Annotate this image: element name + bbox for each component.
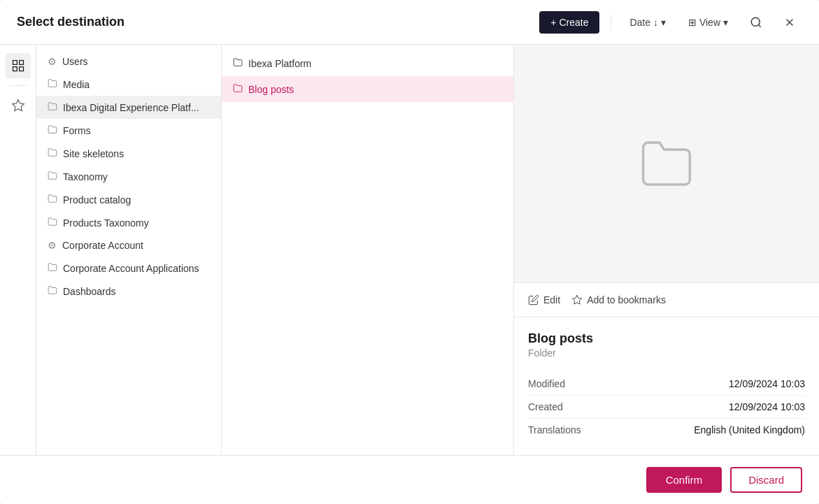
detail-preview bbox=[514, 45, 819, 282]
modified-value: 12/09/2024 10:03 bbox=[729, 378, 805, 389]
sidebar-icons bbox=[0, 45, 36, 455]
nav-item-forms-label: Forms bbox=[63, 125, 91, 136]
svg-marker-9 bbox=[572, 295, 581, 304]
nav-item-dashboards[interactable]: Dashboards bbox=[36, 280, 221, 303]
header: Select destination + Create Date ↓ ▾ ⊞ V… bbox=[0, 0, 819, 45]
modified-label: Modified bbox=[528, 378, 565, 389]
middle-panel: Ibexa Platform Blog posts bbox=[222, 45, 514, 455]
nav-item-ibexa-label: Ibexa Digital Experience Platf... bbox=[63, 102, 199, 113]
nav-item-taxonomy-label: Taxonomy bbox=[63, 171, 108, 182]
product-catalog-folder-icon bbox=[48, 194, 57, 206]
header-actions: + Create Date ↓ ▾ ⊞ View ▾ bbox=[539, 10, 802, 35]
view-icon: ⊞ bbox=[688, 17, 697, 28]
footer: Confirm Discard bbox=[0, 455, 819, 504]
discard-button[interactable]: Discard bbox=[730, 467, 802, 493]
svg-marker-8 bbox=[12, 100, 24, 111]
view-chevron-icon: ▾ bbox=[723, 17, 728, 28]
bookmarks-label: Add to bookmarks bbox=[587, 294, 666, 305]
date-control[interactable]: Date ↓ ▾ bbox=[622, 13, 672, 32]
confirm-button[interactable]: Confirm bbox=[646, 467, 722, 493]
nav-item-users[interactable]: ⚙ Users bbox=[36, 50, 221, 73]
created-value: 12/09/2024 10:03 bbox=[729, 401, 805, 412]
svg-point-0 bbox=[751, 17, 760, 26]
add-to-bookmarks-button[interactable]: Add to bookmarks bbox=[571, 291, 666, 308]
browse-icon-btn[interactable] bbox=[6, 53, 31, 78]
folder-large-icon bbox=[639, 136, 695, 192]
taxonomy-folder-icon bbox=[48, 171, 57, 182]
detail-type: Folder bbox=[528, 347, 805, 359]
created-label: Created bbox=[528, 401, 563, 412]
view-control[interactable]: ⊞ View ▾ bbox=[681, 13, 735, 32]
detail-actions: Edit Add to bookmarks bbox=[514, 282, 819, 317]
bookmarks-icon-btn[interactable] bbox=[6, 93, 31, 118]
modal-container: Select destination + Create Date ↓ ▾ ⊞ V… bbox=[0, 0, 819, 504]
nav-item-products-taxonomy[interactable]: Products Taxonomy bbox=[36, 211, 221, 234]
close-icon bbox=[783, 16, 796, 29]
users-icon: ⚙ bbox=[48, 56, 57, 67]
nav-item-media-label: Media bbox=[63, 79, 90, 90]
browse-icon bbox=[11, 59, 25, 73]
media-folder-icon bbox=[48, 78, 57, 90]
middle-item-blog-posts-label: Blog posts bbox=[248, 84, 294, 95]
translations-label: Translations bbox=[528, 424, 581, 435]
svg-rect-6 bbox=[13, 67, 17, 71]
nav-item-media[interactable]: Media bbox=[36, 73, 221, 96]
blog-posts-folder-icon bbox=[233, 83, 243, 95]
detail-info: Blog posts Folder Modified 12/09/2024 10… bbox=[514, 317, 819, 455]
date-label: Date ↓ bbox=[629, 17, 657, 28]
ibexa-platform-folder-icon bbox=[233, 57, 243, 69]
nav-item-forms[interactable]: Forms bbox=[36, 119, 221, 142]
nav-item-site-skeletons[interactable]: Site skeletons bbox=[36, 142, 221, 165]
edit-icon bbox=[528, 294, 539, 305]
detail-name: Blog posts bbox=[528, 331, 805, 346]
edit-button[interactable]: Edit bbox=[528, 291, 560, 308]
detail-panel: Edit Add to bookmarks Blog posts Folder … bbox=[514, 45, 819, 455]
sidebar-divider bbox=[10, 85, 27, 86]
body: ⚙ Users Media Ibexa Digital Experience P… bbox=[0, 45, 819, 455]
translations-value: English (United Kingdom) bbox=[694, 424, 805, 435]
forms-folder-icon bbox=[48, 124, 57, 136]
corporate-applications-folder-icon bbox=[48, 262, 57, 274]
create-button[interactable]: + Create bbox=[539, 11, 599, 34]
ibexa-folder-icon bbox=[48, 101, 57, 113]
svg-line-1 bbox=[758, 24, 760, 27]
site-skeletons-folder-icon bbox=[48, 147, 57, 159]
nav-tree: ⚙ Users Media Ibexa Digital Experience P… bbox=[36, 45, 222, 455]
search-icon bbox=[750, 16, 762, 29]
corporate-account-icon: ⚙ bbox=[48, 240, 57, 251]
detail-row-modified: Modified 12/09/2024 10:03 bbox=[528, 373, 805, 396]
middle-item-ibexa-platform[interactable]: Ibexa Platform bbox=[222, 50, 513, 76]
nav-item-corporate-account-label: Corporate Account bbox=[62, 240, 143, 251]
page-title: Select destination bbox=[17, 15, 539, 29]
date-chevron-icon: ▾ bbox=[661, 17, 666, 28]
svg-rect-7 bbox=[19, 67, 23, 71]
view-label: View bbox=[699, 17, 720, 28]
edit-label: Edit bbox=[543, 294, 560, 305]
nav-item-product-catalog-label: Product catalog bbox=[63, 194, 131, 206]
detail-row-translations: Translations English (United Kingdom) bbox=[528, 419, 805, 441]
nav-item-corporate-applications-label: Corporate Account Applications bbox=[63, 263, 199, 274]
nav-item-corporate-account[interactable]: ⚙ Corporate Account bbox=[36, 234, 221, 257]
nav-item-corporate-applications[interactable]: Corporate Account Applications bbox=[36, 257, 221, 280]
middle-item-ibexa-platform-label: Ibexa Platform bbox=[248, 58, 311, 69]
nav-item-site-skeletons-label: Site skeletons bbox=[63, 148, 124, 159]
middle-item-blog-posts[interactable]: Blog posts bbox=[222, 76, 513, 102]
close-button[interactable] bbox=[777, 10, 802, 35]
svg-rect-4 bbox=[13, 61, 17, 65]
dashboards-folder-icon bbox=[48, 285, 57, 297]
star-icon bbox=[11, 99, 25, 113]
products-taxonomy-folder-icon bbox=[48, 217, 57, 229]
nav-item-users-label: Users bbox=[62, 56, 88, 67]
header-separator bbox=[611, 14, 611, 31]
nav-item-taxonomy[interactable]: Taxonomy bbox=[36, 165, 221, 188]
nav-item-dashboards-label: Dashboards bbox=[63, 286, 116, 297]
bookmark-icon bbox=[571, 294, 583, 305]
nav-item-products-taxonomy-label: Products Taxonomy bbox=[63, 217, 149, 229]
svg-rect-5 bbox=[19, 61, 23, 65]
detail-row-created: Created 12/09/2024 10:03 bbox=[528, 396, 805, 419]
search-button[interactable] bbox=[743, 10, 769, 35]
nav-item-product-catalog[interactable]: Product catalog bbox=[36, 188, 221, 211]
nav-item-ibexa[interactable]: Ibexa Digital Experience Platf... bbox=[36, 96, 221, 119]
